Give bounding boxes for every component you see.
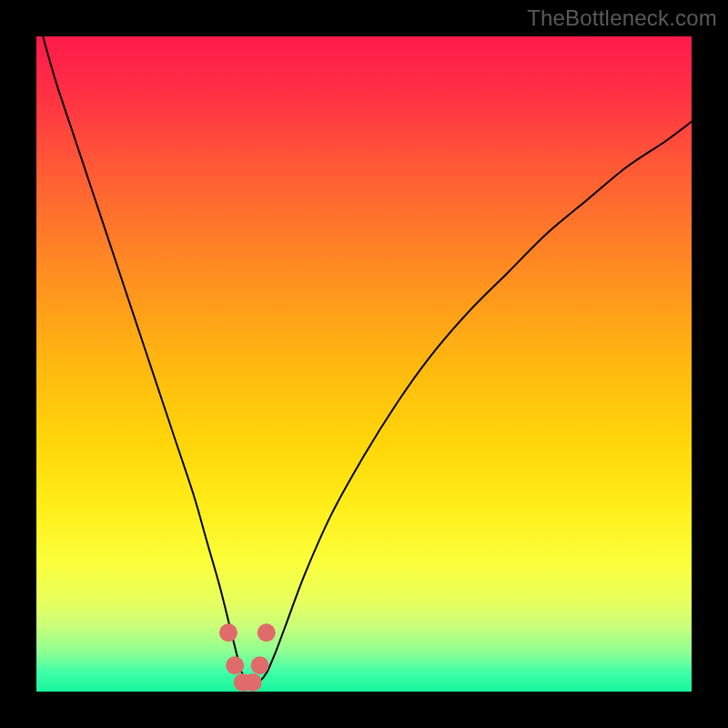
highlight-markers: [36, 36, 692, 692]
plot-area: [36, 36, 692, 692]
highlight-marker: [219, 623, 238, 642]
highlight-marker: [258, 623, 276, 642]
chart-frame: TheBottleneck.com: [0, 0, 728, 728]
highlight-marker: [226, 656, 244, 674]
watermark-text: TheBottleneck.com: [527, 5, 717, 31]
highlight-marker: [244, 673, 262, 692]
highlight-marker: [251, 656, 269, 674]
